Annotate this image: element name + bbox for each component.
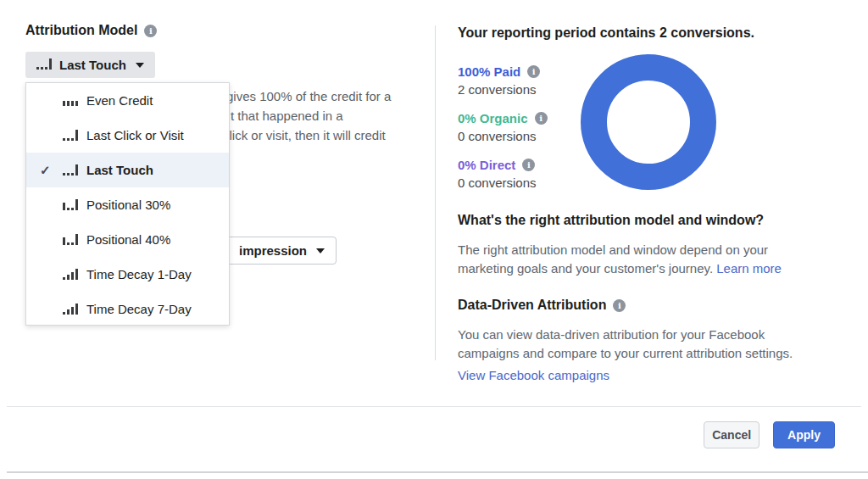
menu-item-time-decay-1-day[interactable]: Time Decay 1-Day: [26, 257, 229, 292]
footer-actions: Cancel Apply: [704, 421, 835, 448]
last-click-icon: [63, 130, 78, 141]
stat-label: 0% Direct: [458, 158, 515, 172]
chevron-down-icon: [316, 248, 325, 253]
time-decay-icon: [63, 269, 78, 280]
menu-item-label: Last Click or Visit: [86, 128, 184, 142]
stat-label: 0% Organic: [458, 111, 528, 125]
footer-divider: [7, 406, 861, 407]
conversions-donut-chart: [581, 54, 716, 190]
attribution-model-selected-value: Last Touch: [59, 58, 126, 72]
dda-section-body: You can view data-driven attribution for…: [458, 326, 827, 363]
stat-label: 100% Paid: [458, 64, 520, 79]
model-window-section-body: The right attribution model and window d…: [458, 241, 827, 278]
model-window-section-heading: What's the right attribution model and w…: [458, 213, 764, 228]
menu-item-last-click-or-visit[interactable]: Last Click or Visit: [26, 118, 229, 153]
menu-item-even-credit[interactable]: Even Credit: [26, 83, 229, 118]
attribution-model-dropdown[interactable]: Last Touch: [25, 52, 155, 78]
learn-more-link[interactable]: Learn more: [716, 261, 782, 276]
info-icon[interactable]: [613, 299, 626, 312]
info-icon[interactable]: [522, 159, 535, 171]
model-description-line: t that happened in a: [231, 109, 343, 123]
attribution-settings-panel: Attribution Model Last Touch gives 100% …: [0, 0, 868, 479]
stat-value: 2 conversions: [458, 82, 548, 97]
menu-item-label: Time Decay 7-Day: [86, 302, 192, 316]
menu-item-label: Time Decay 1-Day: [86, 267, 192, 281]
attribution-model-label-text: Attribution Model: [25, 23, 137, 38]
check-icon: ✓: [40, 163, 63, 178]
positional-icon: [63, 234, 78, 245]
model-description-line: gives 100% of the credit for a: [226, 89, 391, 103]
attribution-window-selected-value: impression: [239, 243, 307, 258]
last-touch-icon: [63, 164, 78, 175]
stat-value: 0 conversions: [458, 129, 548, 143]
column-divider: [435, 25, 436, 360]
even-credit-icon: [63, 95, 78, 106]
menu-item-label: Positional 30%: [86, 198, 170, 212]
menu-item-label: Even Credit: [86, 93, 153, 108]
model-description-line: click or visit, then it will credit: [223, 128, 386, 142]
stat-100-paid: 100% Paid2 conversions: [458, 64, 548, 97]
menu-item-last-touch[interactable]: ✓Last Touch: [26, 153, 229, 187]
cancel-button[interactable]: Cancel: [704, 421, 760, 448]
dda-section-heading: Data-Driven Attribution: [458, 298, 626, 313]
stat-0-direct: 0% Direct0 conversions: [458, 158, 548, 190]
stat-value: 0 conversions: [458, 175, 548, 190]
attribution-model-label: Attribution Model: [25, 23, 157, 38]
menu-item-positional-30[interactable]: Positional 30%: [26, 187, 229, 222]
model-button-icon-slot: [36, 58, 52, 72]
info-icon[interactable]: [144, 25, 157, 37]
chevron-down-icon: [136, 63, 144, 68]
bottom-divider: [7, 471, 868, 473]
conversion-stats: 100% Paid2 conversions0% Organic0 conver…: [458, 64, 548, 190]
info-icon[interactable]: [535, 112, 548, 125]
apply-button[interactable]: Apply: [773, 421, 835, 448]
positional-icon: [63, 199, 78, 210]
attribution-model-menu: Even CreditLast Click or Visit✓Last Touc…: [25, 82, 230, 326]
menu-item-time-decay-7-day[interactable]: Time Decay 7-Day: [26, 292, 229, 326]
info-icon[interactable]: [527, 65, 540, 78]
menu-item-label: Last Touch: [86, 163, 153, 177]
menu-item-label: Positional 40%: [86, 232, 170, 247]
time-decay-icon: [63, 304, 78, 315]
stat-0-organic: 0% Organic0 conversions: [458, 111, 548, 143]
view-facebook-campaigns-link[interactable]: View Facebook campaigns: [458, 368, 609, 382]
last-touch-icon: [36, 58, 52, 70]
menu-item-positional-40[interactable]: Positional 40%: [26, 222, 229, 257]
reporting-period-heading: Your reporting period contains 2 convers…: [458, 25, 754, 41]
